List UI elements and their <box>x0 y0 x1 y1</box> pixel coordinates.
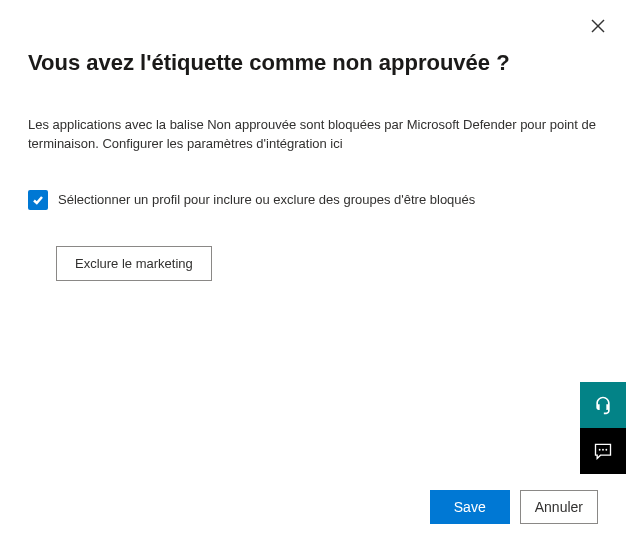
profile-checkbox[interactable] <box>28 190 48 210</box>
dialog-description: Les applications avec la balise Non appr… <box>28 116 598 154</box>
dialog-title: Vous avez l'étiquette comme non approuvé… <box>28 50 598 76</box>
svg-point-2 <box>599 449 601 451</box>
support-widget[interactable] <box>580 382 626 428</box>
feedback-icon <box>593 441 613 461</box>
profile-checkbox-label: Sélectionner un profil pour inclure ou e… <box>58 192 475 207</box>
feedback-widget[interactable] <box>580 428 626 474</box>
headset-icon <box>593 395 613 415</box>
svg-point-4 <box>605 449 607 451</box>
dialog-footer: Save Annuler <box>430 490 598 524</box>
save-button[interactable]: Save <box>430 490 510 524</box>
checkmark-icon <box>32 194 44 206</box>
exclude-profile-button[interactable]: Exclure le marketing <box>56 246 212 281</box>
profile-selection-row: Sélectionner un profil pour inclure ou e… <box>28 190 598 210</box>
tag-confirmation-dialog: Vous avez l'étiquette comme non approuvé… <box>0 0 626 546</box>
svg-point-3 <box>602 449 604 451</box>
cancel-button[interactable]: Annuler <box>520 490 598 524</box>
close-icon <box>591 19 605 33</box>
side-widgets <box>580 382 626 474</box>
close-button[interactable] <box>586 14 610 38</box>
